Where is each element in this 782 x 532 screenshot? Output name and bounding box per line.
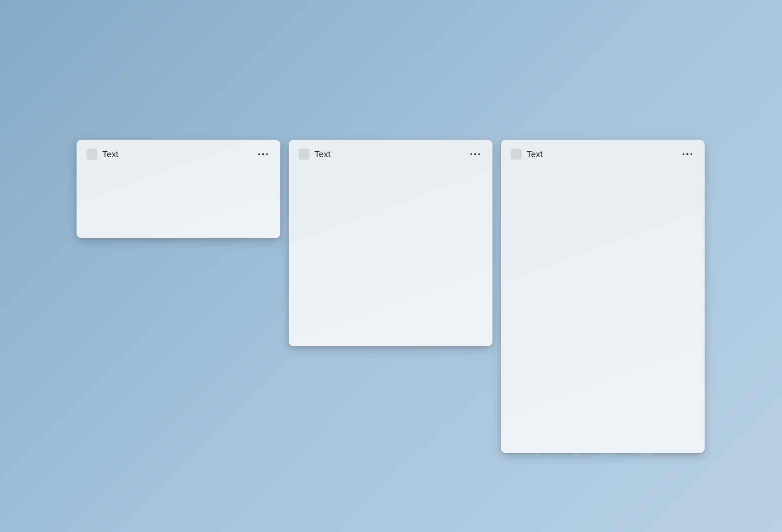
more-options-button[interactable] [468,151,483,158]
card-1[interactable]: Text [77,140,280,238]
canvas: Text Text Text [0,0,782,532]
placeholder-icon [87,149,97,160]
more-horizontal-icon [683,153,685,155]
card-header: Text [87,148,270,160]
card-header: Text [299,148,483,160]
more-options-button[interactable] [680,151,695,158]
card-title: Text [527,149,543,159]
card-header: Text [511,148,695,160]
placeholder-icon [511,149,522,160]
card-title-group: Text [87,149,119,160]
more-horizontal-icon [470,153,473,155]
placeholder-icon [299,149,309,160]
card-title-group: Text [299,149,331,160]
card-title-group: Text [511,149,543,160]
card-title: Text [314,149,331,159]
card-title: Text [102,149,119,159]
more-horizontal-icon [258,153,260,155]
card-3[interactable]: Text [501,140,705,453]
more-options-button[interactable] [256,151,271,158]
card-2[interactable]: Text [289,140,492,346]
